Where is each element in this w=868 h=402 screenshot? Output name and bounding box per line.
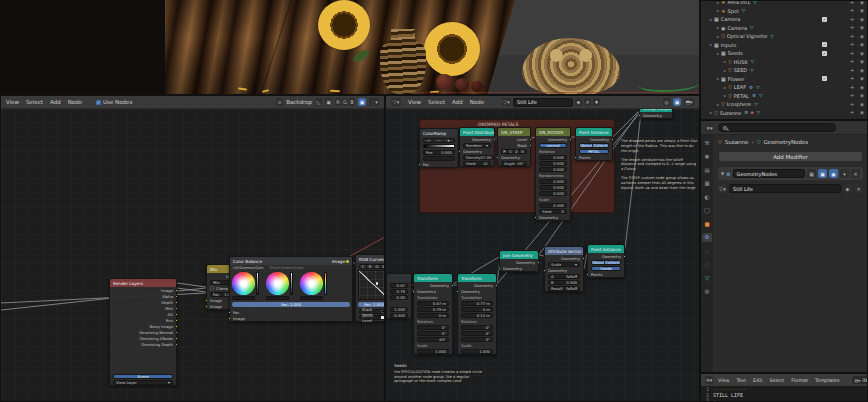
curve-widget[interactable] <box>358 270 384 300</box>
collection-checkbox[interactable]: ✓ <box>822 51 827 56</box>
menu-item-text[interactable]: Text <box>736 378 746 383</box>
render-visibility-icon[interactable]: ◉ <box>860 0 864 5</box>
fake-user-toggle[interactable]: ◈ <box>575 98 582 106</box>
render-visibility-icon[interactable]: ◉ <box>860 59 864 64</box>
render-visibility-icon[interactable]: ◉ <box>860 110 864 115</box>
render-visibility-icon[interactable]: ◉ <box>860 42 864 47</box>
overlay-toggle[interactable]: ▣ <box>673 98 681 106</box>
properties-tab-object[interactable]: ■ <box>702 219 712 228</box>
socket-dot[interactable] <box>534 216 537 219</box>
socket-dot[interactable] <box>175 337 178 340</box>
outliner[interactable]: ▸☀Area.001▽✛◉▸☀Spot▽✛◉▸▦Camera✓✛◉▸◉Camer… <box>700 0 868 120</box>
breadcrumb-object[interactable]: Suzanne <box>725 139 749 145</box>
tree-name-field[interactable]: Still Life <box>513 98 573 107</box>
selectability-icon[interactable]: ✛ <box>850 68 854 73</box>
curve-channel-buttons[interactable]: CRGB <box>359 264 384 269</box>
transform-node-b[interactable]: TransformGeometryGeometryTranslation0.77… <box>457 273 497 355</box>
compositor-canvas[interactable]: Render LayersImageAlphaDepthMistAOEnvNoi… <box>1 109 384 401</box>
curve-channel-g[interactable]: G <box>374 264 381 269</box>
properties-tab-modifiers[interactable]: ⚙ <box>702 233 712 242</box>
editor-divider[interactable] <box>0 94 700 96</box>
realtime-toggle[interactable]: ▣ <box>818 169 827 178</box>
geometry-socket[interactable]: Geometry <box>536 214 570 220</box>
menu-item-node[interactable]: Node <box>470 99 484 105</box>
socket-dot[interactable] <box>496 156 499 159</box>
point-instance-seeds-node[interactable]: Point InstanceGeometryObjectCollectionSe… <box>587 244 625 278</box>
channel-button-b[interactable]: B <box>349 98 355 106</box>
outliner-row-flower[interactable]: ▸▦Flower✓✛◉ <box>701 75 867 84</box>
Result-field[interactable]: Resultfalloff <box>545 285 583 291</box>
image-input[interactable]: Image <box>230 315 352 321</box>
properties-tab-scene[interactable]: ◐ <box>702 192 712 201</box>
menu-item-select[interactable]: Select <box>769 378 784 383</box>
close-icon[interactable]: ✕ <box>851 169 860 178</box>
socket-dot[interactable] <box>582 257 585 260</box>
render-visibility-icon[interactable]: ◉ <box>860 85 864 90</box>
outliner-row-icosphere[interactable]: ▸▽Icosphere▽✛◉ <box>701 100 867 109</box>
outliner-row-camera[interactable]: ▸▦Camera✓✛◉ <box>701 15 867 24</box>
selectability-icon[interactable]: ✛ <box>850 25 854 30</box>
properties-tab-particles[interactable]: ∴ <box>702 246 712 255</box>
render-visibility-icon[interactable]: ◉ <box>860 102 864 107</box>
snapping-dropdown[interactable]: ⋮▾ <box>369 98 379 106</box>
socket-dot[interactable] <box>175 313 178 316</box>
socket-dot[interactable] <box>498 267 501 270</box>
selectability-icon[interactable]: ✛ <box>850 8 854 13</box>
color-ramp-node[interactable]: ColorRamp+−▾Pos0.000Fac <box>419 128 459 168</box>
unlink-icon[interactable]: ✕ <box>854 184 863 193</box>
menu-item-view[interactable]: View <box>718 378 729 383</box>
nodetree-browse-icon[interactable]: ▽▾ <box>718 184 727 193</box>
modifier-panel-header[interactable]: ▼ ⚙ GeometryNodes ▦ ▣ ◉ ▾ ✕ <box>718 167 863 180</box>
select-tool-icon[interactable]: ◺ <box>315 98 322 106</box>
menu-item-add[interactable]: Add <box>452 99 463 105</box>
selectability-icon[interactable]: ✛ <box>850 93 854 98</box>
image-output-socket[interactable] <box>346 260 349 263</box>
gamma-value-slider[interactable] <box>290 272 293 295</box>
alpha-toggle[interactable]: ▣ <box>358 98 366 106</box>
geometry-socket[interactable]: Geometry <box>640 112 672 118</box>
properties-tab-material[interactable]: ◍ <box>702 287 712 296</box>
curve-channel-c[interactable]: C <box>360 264 367 269</box>
render-visibility-icon[interactable]: ◉ <box>860 51 864 56</box>
socket-dot[interactable] <box>495 284 498 287</box>
menu-item-view[interactable]: View <box>6 99 19 105</box>
point-distribute-node[interactable]: Point DistributeGeometryRandom▾GeometryD… <box>459 127 495 167</box>
value-field[interactable]: 0.300 <box>387 312 411 318</box>
pin-icon[interactable]: ♦ <box>593 98 600 106</box>
View Layer-field[interactable]: View Layer▾ <box>110 379 176 385</box>
selectability-icon[interactable]: ✛ <box>850 85 854 90</box>
points-socket[interactable]: Points <box>576 154 612 160</box>
socket-dot[interactable] <box>175 307 178 310</box>
value-field[interactable]: 1.000 <box>458 348 496 354</box>
snap-magnet-icon[interactable]: ◎ <box>663 98 670 106</box>
gain-value-field[interactable] <box>300 296 323 300</box>
collection-checkbox[interactable]: ✓ <box>822 42 827 47</box>
points-socket[interactable]: Points <box>588 271 624 277</box>
socket-dot[interactable] <box>412 290 415 293</box>
socket-dot[interactable] <box>458 150 461 153</box>
outliner-row-inputs[interactable]: ▸▦Inputs✓✛◉ <box>701 41 867 50</box>
lift-value-field[interactable] <box>232 296 255 300</box>
geometry-socket[interactable]: Geometry <box>500 265 538 271</box>
socket-dot[interactable] <box>175 331 178 334</box>
value-field[interactable]: 1.000 <box>414 348 452 354</box>
render-layers-node[interactable]: Render LayersImageAlphaDepthMistAOEnvNoi… <box>109 278 177 386</box>
editor-type-icon[interactable]: ≡▾ <box>705 123 714 132</box>
channel-button-r[interactable]: R <box>335 98 341 106</box>
socket-dot[interactable] <box>623 255 626 258</box>
socket-dot[interactable] <box>175 343 178 346</box>
extras-dropdown[interactable]: ▾ <box>840 169 849 178</box>
nodetree-browse-icon[interactable]: ▽▾ <box>502 98 511 106</box>
unlink-icon[interactable]: ✕ <box>584 98 591 106</box>
menu-item-node[interactable]: Node <box>68 99 82 105</box>
backdrop-label[interactable]: Backdrop <box>286 99 312 105</box>
join-geometry-node[interactable]: Join GeometryGeometryGeometry <box>499 250 539 272</box>
mode-offset-power-slope[interactable]: Offset/Power/Slope <box>270 266 304 270</box>
socket-dot[interactable] <box>586 273 589 276</box>
gamma-color-wheel[interactable] <box>266 272 289 295</box>
outliner-row-spot[interactable]: ▸☀Spot▽✛◉ <box>701 7 867 16</box>
menu-item-edit[interactable]: Edit <box>753 378 762 383</box>
outliner-row-optical-vignette[interactable]: ▸▽Optical Vignette▽✛◉ <box>701 32 867 41</box>
edit-mode-toggle[interactable]: ▦ <box>807 169 816 178</box>
properties-tab-physics[interactable]: ◌ <box>702 260 712 269</box>
